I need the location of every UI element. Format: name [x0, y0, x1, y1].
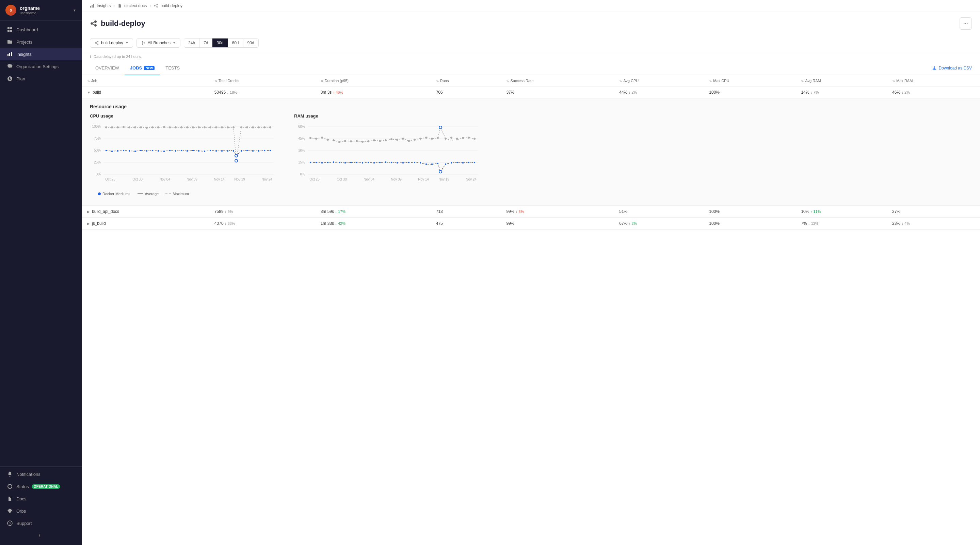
tab-overview[interactable]: OVERVIEW [90, 61, 124, 75]
ram-max-dot [385, 139, 387, 141]
legend-average: Average [137, 192, 159, 196]
sidebar-item-support[interactable]: ? Support [0, 517, 82, 529]
col-credits[interactable]: ⇅Total Credits [209, 75, 315, 86]
docker-dot [186, 150, 188, 152]
col-avg-ram[interactable]: ⇅Avg RAM [795, 75, 887, 86]
sidebar-item-org-settings[interactable]: Organization Settings [0, 60, 82, 73]
branch-icon [141, 41, 146, 45]
ram-max-dot [356, 140, 358, 142]
col-avg-cpu[interactable]: ⇅Avg CPU [614, 75, 703, 86]
more-options-button[interactable]: ··· [959, 18, 972, 30]
sidebar-item-orbs[interactable]: Orbs [0, 505, 82, 517]
sidebar-item-plan[interactable]: Plan [0, 73, 82, 85]
max-ram-api-docs: 27% [887, 206, 980, 218]
ram-docker-dot [462, 162, 464, 164]
chevron-down-icon: ▼ [73, 8, 76, 12]
svg-text:100%: 100% [92, 125, 101, 128]
legend-docker: Docker Medium+ [98, 192, 131, 196]
docker-dot [192, 150, 194, 151]
ram-max-dot [344, 140, 346, 142]
docker-dot [269, 150, 271, 151]
credits-api-docs: 7589 ↓ 9% [209, 206, 315, 218]
svg-text:Nov 19: Nov 19 [438, 177, 449, 181]
max-dot [215, 126, 217, 128]
sidebar-item-dashboard[interactable]: Dashboard [0, 24, 82, 36]
docker-dot [180, 150, 183, 151]
col-job[interactable]: ⇅Job [82, 75, 209, 86]
plan-label: Plan [16, 76, 25, 81]
workflow-select[interactable]: build-deploy [90, 38, 133, 48]
max-dot [123, 126, 124, 128]
svg-rect-3 [10, 30, 12, 32]
ram-docker-dot [315, 161, 317, 164]
breadcrumb-insights-link[interactable]: Insights [97, 3, 111, 8]
docker-dot [117, 150, 119, 152]
tab-jobs[interactable]: JOBS NEW [124, 61, 160, 75]
col-success-rate[interactable]: ⇅Success Rate [501, 75, 614, 86]
sidebar-item-status[interactable]: Status OPERATIONAL [0, 480, 82, 492]
credits-js-build: 4070 ↓ 63% [209, 218, 315, 229]
max-dot [105, 126, 107, 128]
resource-usage-row-build: Resource usage CPU usage [82, 99, 980, 206]
max-dot [209, 126, 212, 128]
expand-js-build-button[interactable]: ▶ [87, 222, 90, 225]
max-ram-js-build: 23% ↓ 4% [887, 218, 980, 229]
ram-max-dot [437, 137, 439, 139]
col-max-ram[interactable]: ⇅Max RAM [887, 75, 980, 86]
max-dot [227, 126, 229, 128]
docs-label: Docs [16, 496, 27, 501]
ram-docker-dot [338, 161, 340, 164]
avg-ram-js-build: 7% ↓ 13% [795, 218, 887, 229]
jobs-table-container: ⇅Job ⇅Total Credits ⇅Duration (p95) ⇅Run… [82, 75, 980, 545]
ram-max-dot [361, 141, 364, 143]
sidebar-bottom: Notifications Status OPERATIONAL Docs Or… [0, 465, 82, 545]
svg-point-15 [157, 4, 158, 5]
expand-api-docs-button[interactable]: ▶ [87, 210, 90, 214]
avg-ram-api-docs: 10% ↑ 11% [795, 206, 887, 218]
tab-tests-label: TESTS [165, 65, 180, 70]
svg-point-7 [8, 484, 12, 488]
tab-jobs-label: JOBS [130, 65, 142, 70]
table-header: ⇅Job ⇅Total Credits ⇅Duration (p95) ⇅Run… [82, 75, 980, 86]
docker-dot [252, 150, 254, 152]
col-duration[interactable]: ⇅Duration (p95) [315, 75, 431, 86]
resource-charts: CPU usage 100% [90, 113, 972, 189]
breadcrumb-project-link[interactable]: circleci-docs [124, 3, 147, 8]
collapse-sidebar-button[interactable] [0, 529, 82, 542]
svg-text:15%: 15% [298, 161, 305, 164]
time-7d[interactable]: 7d [199, 38, 212, 47]
svg-text:Nov 24: Nov 24 [466, 177, 477, 181]
ram-docker-dot [356, 161, 358, 164]
time-24h[interactable]: 24h [184, 38, 199, 47]
file-icon [7, 496, 13, 502]
max-dot [169, 126, 171, 128]
ram-docker-dot [350, 161, 352, 164]
org-switcher[interactable]: o orgname username ▼ [0, 0, 82, 21]
avg-cpu-js-build: 67% ↑ 2% [614, 218, 703, 229]
time-60d[interactable]: 60d [228, 38, 243, 47]
ram-chart-title: RAM usage [294, 113, 485, 118]
max-ram-delta-build: ↓ 2% [901, 90, 910, 94]
ram-max-dot [379, 140, 381, 142]
ram-max-dot [327, 139, 329, 141]
branch-select[interactable]: All Branches [137, 38, 180, 48]
expand-build-button[interactable]: ▼ [87, 91, 91, 94]
sidebar-item-projects[interactable]: Projects [0, 36, 82, 48]
page-header: build-deploy ··· [82, 12, 980, 34]
time-90d[interactable]: 90d [243, 38, 258, 47]
col-runs[interactable]: ⇅Runs [431, 75, 501, 86]
col-max-cpu[interactable]: ⇅Max CPU [703, 75, 795, 86]
support-label: Support [16, 521, 32, 526]
sidebar-item-notifications[interactable]: Notifications [0, 468, 82, 480]
time-30d[interactable]: 30d [212, 38, 228, 47]
sidebar-item-insights[interactable]: Insights [0, 48, 82, 60]
dollar-icon [7, 76, 13, 82]
sidebar-item-docs[interactable]: Docs [0, 492, 82, 505]
tab-tests[interactable]: TESTS [160, 61, 185, 75]
gear-icon [7, 63, 13, 70]
download-csv-button[interactable]: Download as CSV [932, 63, 972, 73]
ram-anomaly-avg [439, 171, 442, 173]
docker-dot [169, 150, 171, 151]
duration-delta-build: ↑ 46% [333, 90, 344, 94]
docker-dot [232, 150, 234, 152]
